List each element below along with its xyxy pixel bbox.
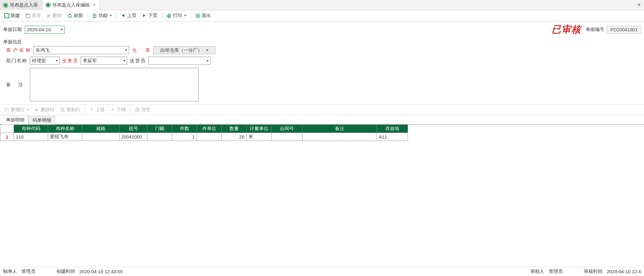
toolbar-separator <box>130 106 131 113</box>
tab-code-detail[interactable]: 码单明细 <box>29 116 55 125</box>
cell[interactable]: 20041000 <box>119 133 147 141</box>
warehouse-label: 仓库 <box>132 47 151 53</box>
del-row-button[interactable]: ✕ 删除行 <box>32 106 57 114</box>
doc-date-picker[interactable]: 2020-04-10 <box>25 26 65 34</box>
doc-info-fieldset: 单据信息 客户名称 朱鸿飞 仓库 白坯仓库（一分厂） 部门名称 经理室 业务员 … <box>2 39 642 101</box>
close-all-icon[interactable]: × <box>637 1 641 8</box>
chevron-down-icon <box>60 29 63 30</box>
next-page-button[interactable]: 下页 <box>140 12 160 20</box>
col-header[interactable]: 批号 <box>119 125 147 133</box>
cell[interactable] <box>147 133 172 141</box>
cell[interactable] <box>197 133 222 141</box>
chevron-down-icon <box>206 50 208 51</box>
exit-button[interactable]: 退出 <box>193 12 213 20</box>
col-header[interactable]: 布种代码 <box>14 125 48 133</box>
col-header[interactable]: 合同号 <box>271 125 302 133</box>
chevron-down-icon <box>56 60 58 62</box>
save-icon <box>25 13 30 18</box>
cell[interactable]: 1 <box>172 133 197 141</box>
col-header[interactable]: 备注 <box>302 125 377 133</box>
col-header[interactable]: 数量 <box>222 125 247 133</box>
triangle-right-icon <box>142 13 147 18</box>
cell[interactable] <box>271 133 302 141</box>
delivery-combo[interactable] <box>148 57 210 65</box>
refresh-icon <box>68 13 73 18</box>
customer-combo[interactable]: 朱鸿飞 <box>34 46 129 54</box>
copy-row-icon <box>60 107 65 112</box>
add-row-button[interactable]: 新增行 <box>2 106 31 114</box>
tab-inventory-list[interactable]: 坯布盘点入库 <box>0 0 42 10</box>
new-button[interactable]: 新建 <box>2 12 22 20</box>
document-tabs: 坯布盘点入库 坯布盘点入库编辑 × × <box>0 0 644 10</box>
chevron-down-icon <box>184 15 186 16</box>
toolbar-separator <box>85 106 85 113</box>
tab-close-icon[interactable]: × <box>93 2 95 7</box>
prev-page-button[interactable]: 上页 <box>119 12 139 20</box>
cell[interactable]: 110 <box>14 133 48 141</box>
detail-grid[interactable]: 布种代码布种名称规格批号门幅件数件单位数量计量单位合同号备注存放地1110爱招飞… <box>0 124 644 141</box>
col-header[interactable]: 门幅 <box>147 125 172 133</box>
doc-no-label: 单据编号 <box>586 27 604 33</box>
save-button[interactable]: 保存 <box>23 12 43 20</box>
delivery-label: 送货员 <box>130 58 146 64</box>
arrow-up-icon <box>89 107 94 112</box>
remark-textarea[interactable] <box>30 68 199 101</box>
toolbar-separator <box>116 12 117 19</box>
audited-value: 2020-04-10 12:4 <box>607 269 641 274</box>
add-row-icon <box>4 107 9 112</box>
fieldset-title: 单据信息 <box>2 39 642 46</box>
auditor-label: 审核人 <box>530 269 544 274</box>
svg-rect-1 <box>168 14 170 15</box>
col-header[interactable]: 件数 <box>172 125 197 133</box>
cell[interactable]: 米 <box>247 133 271 141</box>
col-rownum <box>0 125 14 133</box>
row-number: 1 <box>0 133 14 141</box>
col-header[interactable]: 件单位 <box>197 125 222 133</box>
toolbar-separator <box>87 12 88 19</box>
salesman-label: 业务员 <box>62 58 78 64</box>
salesman-combo[interactable]: 李延军 <box>81 57 127 65</box>
col-header[interactable]: 布种名称 <box>48 125 82 133</box>
cell[interactable] <box>82 133 119 141</box>
cell[interactable]: A11 <box>377 133 408 141</box>
auditor-value: 管理员 <box>549 269 563 274</box>
table-row[interactable]: 1110爱招飞布20041000120米A11 <box>0 133 408 141</box>
created-label: 创建时间 <box>56 269 75 274</box>
cell[interactable]: 20 <box>222 133 247 141</box>
created-value: 2020-04-10 12:43:59 <box>79 269 123 274</box>
tab-bill-detail[interactable]: 单据明细 <box>2 116 29 125</box>
refresh-button[interactable]: 刷新 <box>65 12 86 20</box>
customer-label: 客户名称 <box>6 47 31 53</box>
tab-label: 坯布盘点入库编辑 <box>52 2 90 8</box>
doc-date-value: 2020-04-10 <box>27 27 51 32</box>
arrow-down-icon <box>110 107 115 112</box>
move-down-button[interactable]: 下移 <box>108 106 128 114</box>
clear-button[interactable]: 清空 <box>132 106 153 114</box>
col-header[interactable]: 存放地 <box>377 125 408 133</box>
functions-button[interactable]: 功能 <box>90 12 114 20</box>
new-icon <box>4 13 9 18</box>
doc-header: 单据日期 2020-04-10 已审核 单据编号 PD20041001 <box>0 21 644 38</box>
dept-combo[interactable]: 经理室 <box>30 57 60 65</box>
exit-icon <box>195 13 200 18</box>
col-header[interactable]: 规格 <box>82 125 119 133</box>
detail-tabs: 单据明细 码单明细 <box>0 115 644 124</box>
cell[interactable]: 爱招飞布 <box>48 133 82 141</box>
warehouse-combo[interactable]: 白坯仓库（一分厂） <box>153 46 215 54</box>
status-footer: 制单人 管理员 创建时间 2020-04-10 12:43:59 审核人 管理员… <box>0 267 644 276</box>
print-icon <box>167 13 172 18</box>
print-button[interactable]: 打印 <box>164 12 189 20</box>
svg-rect-4 <box>5 108 9 111</box>
copy-row-button[interactable]: 复制行 <box>58 106 83 114</box>
move-up-button[interactable]: 上移 <box>87 106 107 114</box>
col-header[interactable]: 计量单位 <box>247 125 271 133</box>
warehouse-value: 白坯仓库（一分厂） <box>160 47 202 53</box>
svg-rect-2 <box>168 16 170 18</box>
chevron-down-icon <box>206 60 209 62</box>
dept-value: 经理室 <box>32 58 46 64</box>
creator-value: 管理员 <box>21 269 35 274</box>
delete-button[interactable]: ✕ 删除 <box>44 12 65 20</box>
cell[interactable] <box>302 133 377 141</box>
tab-inventory-edit[interactable]: 坯布盘点入库编辑 × <box>42 0 100 10</box>
row-toolbar: 新增行 ✕ 删除行 复制行 上移 下移 <box>0 104 644 115</box>
